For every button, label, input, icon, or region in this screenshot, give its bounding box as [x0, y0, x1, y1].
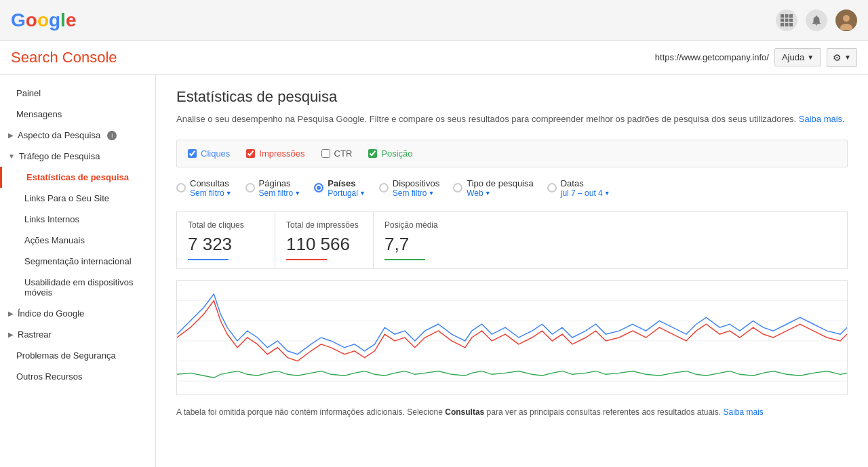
stat-impressoes-label: Total de impressões: [286, 220, 362, 230]
radio-consultas: [176, 183, 186, 192]
svg-point-10: [843, 15, 850, 22]
top-bar-left: Google: [11, 9, 76, 31]
sidebar-item-links-site[interactable]: Links Para o Seu Site: [0, 188, 155, 209]
header-right: https://www.getcompany.info/ Ajuda ▼ ⚙ ▼: [655, 48, 857, 67]
stat-cliques-value: 7 323: [188, 234, 264, 255]
sidebar-item-outros[interactable]: Outros Recursos: [0, 366, 155, 387]
rastrear-chevron-icon: ▶: [8, 331, 14, 338]
info-icon: i: [107, 131, 117, 140]
filters-row: Consultas Sem filtro ▼ Páginas Sem filtr…: [176, 178, 848, 198]
sidebar-item-seguranca[interactable]: Problemas de Segurança: [0, 345, 155, 366]
sidebar-item-aspecto[interactable]: ▶ Aspecto da Pesquisa i: [0, 125, 155, 146]
site-url: https://www.getcompany.info/: [655, 52, 769, 62]
filter-paginas-sub[interactable]: Sem filtro ▼: [259, 188, 301, 198]
search-console-title[interactable]: Search Console: [11, 49, 117, 66]
checkbox-impressoes[interactable]: Impressões: [246, 148, 304, 159]
sidebar-item-acoes[interactable]: Ações Manuais: [0, 230, 155, 251]
svg-rect-3: [781, 18, 784, 22]
sidebar-item-painel[interactable]: Painel: [0, 83, 155, 104]
radio-datas: [547, 183, 557, 192]
svg-rect-0: [781, 14, 784, 18]
apps-icon[interactable]: [776, 9, 797, 31]
filter-dispositivos[interactable]: Dispositivos Sem filtro ▼: [379, 178, 439, 198]
sidebar-item-estatisticas[interactable]: Estatísticas de pesquisa: [0, 167, 155, 188]
stat-impressoes-underline: [286, 259, 327, 260]
svg-rect-8: [789, 23, 793, 26]
stat-cliques-label: Total de cliques: [188, 220, 264, 230]
indice-chevron-icon: ▶: [8, 310, 14, 317]
page-description: Analise o seu desempenho na Pesquisa Goo…: [176, 113, 848, 126]
svg-rect-7: [785, 23, 789, 26]
layout: Painel Mensagens ▶ Aspecto da Pesquisa i…: [0, 75, 868, 467]
stat-posicao: Posição média 7,7: [374, 212, 472, 268]
notification-icon[interactable]: [806, 9, 827, 31]
stat-cliques-underline: [188, 259, 229, 260]
filter-datas-chevron: ▼: [604, 190, 610, 197]
chart-footer-link[interactable]: Saiba mais: [723, 407, 763, 417]
user-avatar[interactable]: [835, 9, 857, 31]
red-chart-line: [177, 300, 847, 361]
top-bar-right: [776, 9, 857, 31]
filter-tipo-pesquisa[interactable]: Tipo de pesquisa Web ▼: [453, 178, 534, 198]
filter-datas[interactable]: Datas jul 7 – out 4 ▼: [547, 178, 610, 198]
radio-dispositivos: [379, 183, 389, 192]
stat-impressoes-value: 110 566: [286, 234, 362, 255]
stat-posicao-value: 7,7: [384, 234, 461, 255]
stat-cliques: Total de cliques 7 323: [177, 212, 275, 268]
sidebar-item-rastrear[interactable]: ▶ Rastrear: [0, 324, 155, 345]
radio-tipo-pesquisa: [453, 183, 462, 192]
chart-footer: A tabela foi omitida porque não contém i…: [176, 406, 848, 419]
stat-posicao-label: Posição média: [384, 220, 461, 230]
ajuda-button[interactable]: Ajuda ▼: [774, 48, 821, 66]
sidebar-item-mensagens[interactable]: Mensagens: [0, 104, 155, 125]
filter-consultas-chevron: ▼: [226, 190, 232, 197]
sidebar-item-usabilidade[interactable]: Usabilidade em dispositivos móveis: [0, 272, 155, 303]
sidebar-item-segmentacao[interactable]: Segmentação internacional: [0, 251, 155, 272]
filter-paises-sub[interactable]: Portugal ▼: [328, 188, 366, 198]
svg-rect-5: [789, 18, 793, 22]
checkboxes-row: Cliques Impressões CTR Posição: [176, 140, 848, 167]
blue-chart-line: [177, 293, 847, 354]
gear-icon: ⚙: [833, 52, 842, 63]
green-chart-line: [177, 371, 847, 378]
stat-posicao-underline: [384, 259, 425, 260]
svg-rect-2: [789, 14, 793, 18]
filter-tipo-chevron: ▼: [485, 190, 491, 197]
stat-impressoes: Total de impressões 110 566: [275, 212, 374, 268]
filter-paginas[interactable]: Páginas Sem filtro ▼: [245, 178, 301, 198]
sidebar-item-indice[interactable]: ▶ Índice do Google: [0, 303, 155, 324]
main-content: Estatísticas de pesquisa Analise o seu d…: [156, 75, 868, 467]
filter-datas-sub[interactable]: jul 7 – out 4 ▼: [561, 188, 610, 198]
filter-paises[interactable]: Países Portugal ▼: [314, 178, 366, 198]
settings-button[interactable]: ⚙ ▼: [827, 48, 857, 67]
filter-consultas-sub[interactable]: Sem filtro ▼: [190, 188, 232, 198]
sidebar: Painel Mensagens ▶ Aspecto da Pesquisa i…: [0, 75, 156, 467]
filter-paises-chevron: ▼: [359, 190, 366, 197]
stats-row: Total de cliques 7 323 Total de impressõ…: [176, 211, 848, 269]
trafego-chevron-icon: ▼: [8, 153, 15, 160]
svg-rect-4: [785, 18, 789, 22]
top-bar: Google: [0, 0, 868, 41]
filter-tipo-sub[interactable]: Web ▼: [467, 188, 534, 198]
radio-paginas: [245, 183, 255, 192]
saiba-mais-link[interactable]: Saiba mais: [799, 114, 842, 124]
filter-dispositivos-sub[interactable]: Sem filtro ▼: [393, 188, 439, 198]
page-title: Estatísticas de pesquisa: [176, 88, 848, 106]
filter-paginas-chevron: ▼: [294, 190, 300, 197]
settings-chevron-icon: ▼: [844, 54, 851, 61]
svg-rect-1: [785, 14, 789, 18]
chart-area: [176, 280, 848, 395]
svg-rect-6: [781, 23, 784, 26]
google-logo: Google: [11, 9, 76, 31]
aspecto-chevron-icon: ▶: [8, 131, 14, 139]
filter-consultas[interactable]: Consultas Sem filtro ▼: [176, 178, 232, 198]
sidebar-item-links-internos[interactable]: Links Internos: [0, 209, 155, 230]
checkbox-posicao[interactable]: Posição: [368, 148, 412, 159]
checkbox-cliques[interactable]: Cliques: [188, 148, 230, 159]
radio-paises: [314, 183, 323, 192]
header: Search Console https://www.getcompany.in…: [0, 41, 868, 75]
chart-svg: [177, 281, 847, 394]
checkbox-ctr[interactable]: CTR: [321, 148, 353, 159]
sidebar-item-trafego[interactable]: ▼ Tráfego de Pesquisa: [0, 146, 155, 167]
filter-dispositivos-chevron: ▼: [429, 190, 435, 197]
